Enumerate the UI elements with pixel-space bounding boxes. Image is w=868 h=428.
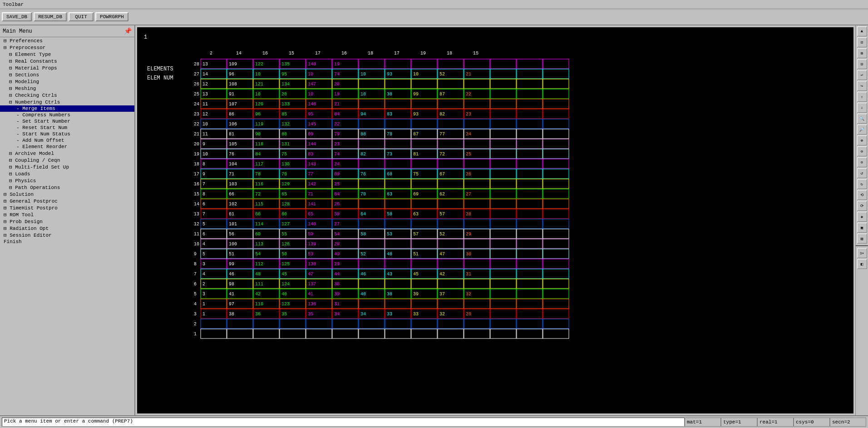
right-toolbar: ▲ ⊡ ⊞ ⊟ ↩ ↪ ⇧ ⇩ 🔍 🔎 ⊕ ⊖ ⊙ ↺ ↻ ⟲ ⟳ ◈ ▣ ▤ [855,25,868,415]
sidebar-item-16[interactable]: - Element Reorder [0,144,134,150]
rt-btn-13[interactable]: ⊙ [857,157,867,167]
rt-btn-8[interactable]: ⇩ [857,103,867,113]
rt-btn-21[interactable]: 3▾ [857,248,867,258]
rt-btn-17[interactable]: ⟳ [857,201,867,211]
sidebar-item-28[interactable]: ⊟ Radiation Opt [0,225,134,232]
sidebar-item-23[interactable]: ⊟ Solution [0,191,134,198]
sidebar-item-20[interactable]: ⊟ Loads [0,170,134,177]
sidebar-item-5[interactable]: ⊟ Sections [0,71,134,78]
sidebar-item-21[interactable]: ⊟ Physics [0,177,134,184]
rt-btn-20[interactable]: ▤ [857,234,867,244]
rt-btn-7[interactable]: ⇧ [857,92,867,102]
sidebar-item-13[interactable]: - Reset Start Num [0,124,134,131]
sidebar-item-29[interactable]: ⊟ Session Editor [0,232,134,239]
sidebar-item-7[interactable]: ⊟ Meshing [0,85,134,92]
sidebar-item-3[interactable]: ⊟ Real Constants [0,58,134,65]
rt-btn-18[interactable]: ◈ [857,212,867,222]
canvas-area: 1 ELEMENTS ELEM NUM ANSYS R16.0 NOV 21 2… [137,27,853,413]
rt-btn-10[interactable]: 🔎 [857,124,867,134]
real-status: real=1 [757,418,794,427]
prompt-text: Pick a menu item or enter a command (PRE… [4,418,133,424]
title-text: Toolbar [3,2,24,7]
sidebar-item-22[interactable]: ⊟ Path Operations [0,184,134,191]
rt-btn-3[interactable]: ⊞ [857,48,867,58]
rt-divider [856,245,868,246]
rt-btn-1[interactable]: ▲ [857,26,867,36]
sidebar-item-9[interactable]: ⊟ Numbering Ctrls [0,99,134,105]
rt-btn-2[interactable]: ⊡ [857,37,867,47]
quit-button[interactable]: QUIT [69,12,94,21]
right-panel: 1 ELEMENTS ELEM NUM ANSYS R16.0 NOV 21 2… [135,25,868,415]
sidebar: Main Menu 📌 ⊟ Preferences⊟ Preprocessor⊟… [0,25,135,415]
sidebar-title: Main Menu [3,28,32,35]
sidebar-item-26[interactable]: ⊟ ROM Tool [0,211,134,218]
main-layout: Main Menu 📌 ⊟ Preferences⊟ Preprocessor⊟… [0,25,868,415]
sidebar-scroll[interactable]: ⊟ Preferences⊟ Preprocessor⊟ Element Typ… [0,37,134,415]
sidebar-item-1[interactable]: ⊟ Preprocessor [0,44,134,51]
sidebar-item-10[interactable]: - Merge Items [0,105,134,112]
status-bar: Pick a menu item or enter a command (PRE… [0,415,868,428]
resum-db-button[interactable]: RESUM_DB [34,12,67,21]
sidebar-item-8[interactable]: ⊟ Checking Ctrls [0,92,134,99]
rt-btn-12[interactable]: ⊖ [857,146,867,156]
sidebar-item-17[interactable]: ⊟ Archive Model [0,150,134,157]
sidebar-item-6[interactable]: ⊟ Modeling [0,78,134,85]
rt-btn-14[interactable]: ↺ [857,168,867,178]
sidebar-item-27[interactable]: ⊟ Prob Design [0,218,134,225]
rt-btn-11[interactable]: ⊕ [857,135,867,145]
toolbar: SAVE_DB RESUM_DB QUIT POWRGRPH [0,9,868,25]
mat-status: mat=1 [685,418,721,427]
rt-btn-22[interactable]: ◧ [857,259,867,269]
rt-btn-9[interactable]: 🔍 [857,114,867,124]
sidebar-item-24[interactable]: ⊟ General Postproc [0,198,134,204]
sidebar-item-19[interactable]: ⊟ Multi-field Set Up [0,164,134,170]
sidebar-pin-icon[interactable]: 📌 [124,27,132,35]
sidebar-item-15[interactable]: - Add Num Offset [0,137,134,144]
command-input[interactable]: Pick a menu item or enter a command (PRE… [2,418,685,427]
title-bar: Toolbar [0,0,868,9]
rt-btn-5[interactable]: ↩ [857,70,867,80]
sidebar-item-4[interactable]: ⊟ Material Props [0,65,134,71]
sidebar-item-11[interactable]: - Compress Numbers [0,112,134,118]
sidebar-header: Main Menu 📌 [0,25,134,37]
sidebar-item-12[interactable]: - Set Start Number [0,118,134,124]
rt-btn-15[interactable]: ↻ [857,179,867,189]
sidebar-item-30[interactable]: Finish [0,239,134,245]
sidebar-item-14[interactable]: - Start Num Status [0,131,134,137]
type-status: type=1 [721,418,757,427]
sidebar-item-25[interactable]: ⊟ TimeHist Postpro [0,204,134,211]
sidebar-item-0[interactable]: ⊟ Preferences [0,37,134,44]
powrgrph-button[interactable]: POWRGRPH [95,12,128,21]
rt-btn-19[interactable]: ▣ [857,223,867,233]
sidebar-item-18[interactable]: ⊟ Coupling / Ceqn [0,157,134,164]
save-db-button[interactable]: SAVE_DB [2,12,32,21]
secn-status: secn=2 [830,418,866,427]
sidebar-item-2[interactable]: ⊟ Element Type [0,51,134,58]
rt-btn-4[interactable]: ⊟ [857,59,867,69]
element-canvas [137,27,853,413]
csys-status: csys=0 [794,418,830,427]
rt-btn-16[interactable]: ⟲ [857,190,867,200]
rt-btn-6[interactable]: ↪ [857,81,867,91]
